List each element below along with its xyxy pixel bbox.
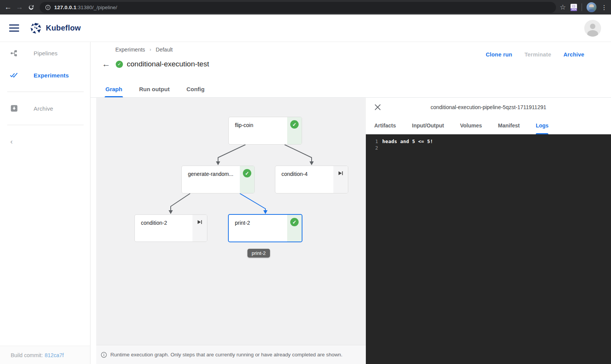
pipelines-icon	[10, 49, 18, 57]
panel-title: conditional-execution-pipeline-5qzst-171…	[366, 104, 611, 110]
sidebar-item-experiments[interactable]: Experiments	[0, 64, 90, 86]
node-status-strip: ✓	[287, 215, 302, 242]
edge-flipcoin-generaterandom	[218, 145, 246, 161]
brand: Kubeflow	[30, 22, 81, 34]
tab-run-output[interactable]: Run output	[139, 81, 170, 97]
log-line-number: 2	[371, 145, 378, 151]
app-header: Kubeflow	[0, 14, 611, 42]
log-viewer[interactable]: 1 heads and 5 <= 5! 2	[366, 134, 611, 364]
edge-flipcoin-condition4	[284, 145, 312, 161]
sidebar-item-label: Experiments	[34, 72, 69, 79]
graph-footer-text: Runtime execution graph. Only steps that…	[110, 352, 343, 358]
kebab-menu-icon[interactable]: ⋮	[601, 4, 607, 11]
kubeflow-logo-icon	[30, 22, 42, 34]
forward-icon[interactable]: →	[14, 2, 25, 13]
info-icon	[101, 352, 107, 358]
page-title: conditional-execution-test	[127, 60, 209, 68]
node-condition-4[interactable]: condition-4	[275, 166, 348, 193]
breadcrumb-experiments[interactable]: Experiments	[115, 47, 145, 53]
panel-tab-manifest[interactable]: Manifest	[498, 117, 520, 134]
panel-tab-volumes[interactable]: Volumes	[460, 117, 482, 134]
tab-graph[interactable]: Graph	[105, 81, 122, 97]
url-host: 127.0.0.1	[54, 5, 76, 10]
node-label: print-2	[235, 220, 250, 226]
detail-panel: conditional-execution-pipeline-5qzst-171…	[366, 98, 611, 364]
panel-tabs: Artifacts Input/Output Volumes Manifest …	[366, 117, 611, 134]
url-path: :31380/_/pipeline/	[76, 5, 117, 10]
skip-next-icon	[197, 219, 202, 225]
address-bar[interactable]: 127.0.0.1:31380/_/pipeline/	[40, 2, 556, 13]
node-status-strip	[192, 215, 207, 242]
brand-name: Kubeflow	[46, 24, 81, 32]
panel-tab-logs[interactable]: Logs	[536, 117, 548, 134]
check-circle-icon: ✓	[243, 169, 251, 177]
panel-tab-input-output[interactable]: Input/Output	[412, 117, 444, 134]
graph-column: flip-coin ✓ generate-random... ✓ conditi…	[91, 98, 366, 364]
build-commit-label: Build commit:	[11, 352, 43, 358]
terminate-button[interactable]: Terminate	[524, 52, 551, 58]
graph-footer: Runtime execution graph. Only steps that…	[96, 345, 366, 364]
toolbar-divider	[582, 3, 582, 11]
node-tooltip: print-2	[247, 249, 270, 258]
skip-next-icon	[338, 171, 343, 176]
node-status-strip: ✓	[240, 166, 254, 193]
node-status-strip: ✓	[287, 117, 302, 144]
node-generate-random[interactable]: generate-random... ✓	[181, 166, 255, 193]
edge-generaterandom-condition2	[171, 193, 190, 210]
breadcrumb-separator-icon: ›	[150, 47, 151, 52]
tab-config[interactable]: Config	[186, 81, 204, 97]
build-commit: Build commit: 812ca7f	[0, 346, 90, 364]
profile-avatar[interactable]	[587, 2, 596, 12]
log-line-number: 1	[371, 138, 378, 145]
sidebar-collapse-chevron-icon[interactable]: ‹	[0, 130, 90, 146]
log-line: 2	[371, 145, 611, 151]
close-icon[interactable]	[374, 104, 381, 111]
check-circle-icon: ✓	[290, 218, 299, 226]
back-arrow-icon[interactable]: ←	[102, 59, 113, 69]
log-line-text: heads and 5 <= 5!	[382, 138, 433, 145]
node-condition-2[interactable]: condition-2	[134, 214, 207, 242]
page-info-icon[interactable]	[45, 5, 51, 10]
node-status-strip	[333, 166, 348, 193]
node-label: condition-4	[281, 171, 308, 177]
reload-icon[interactable]	[25, 2, 37, 13]
user-avatar[interactable]	[584, 20, 601, 37]
json-extension-icon[interactable]: {;}JSON	[571, 4, 577, 11]
log-line: 1 heads and 5 <= 5!	[371, 138, 611, 145]
node-print-2[interactable]: print-2 ✓	[228, 214, 302, 242]
sidebar-divider	[7, 125, 84, 125]
edge-generaterandom-print2	[240, 193, 265, 210]
sidebar: Pipelines Experiments Archive ‹ Build co…	[0, 42, 91, 364]
build-commit-link[interactable]: 812ca7f	[45, 352, 64, 358]
sidebar-item-pipelines[interactable]: Pipelines	[0, 42, 90, 64]
hamburger-menu-icon[interactable]	[9, 24, 19, 32]
run-header: Experiments › Default ← ✓ conditional-ex…	[91, 42, 611, 98]
sidebar-item-archive[interactable]: Archive	[0, 97, 90, 119]
archive-button[interactable]: Archive	[563, 52, 584, 58]
node-label: flip-coin	[235, 122, 253, 128]
clone-run-button[interactable]: Clone run	[486, 52, 512, 58]
sidebar-divider	[7, 92, 84, 92]
browser-toolbar: ← → 127.0.0.1:31380/_/pipeline/ ☆ {;}JSO…	[0, 0, 611, 14]
archive-box-icon	[10, 105, 18, 112]
run-tabs: Graph Run output Config	[91, 81, 611, 98]
node-flip-coin[interactable]: flip-coin ✓	[228, 117, 302, 145]
breadcrumb-default[interactable]: Default	[156, 47, 173, 53]
bookmark-star-icon[interactable]: ☆	[560, 3, 566, 11]
back-icon[interactable]: ←	[2, 2, 14, 13]
sidebar-item-label: Archive	[34, 105, 53, 112]
panel-tab-artifacts[interactable]: Artifacts	[374, 117, 396, 134]
node-label: condition-2	[141, 220, 167, 226]
sidebar-item-label: Pipelines	[34, 50, 58, 56]
experiments-double-check-icon	[10, 72, 18, 79]
check-circle-icon: ✓	[290, 120, 299, 129]
pipeline-graph: flip-coin ✓ generate-random... ✓ conditi…	[96, 98, 366, 364]
run-status-check-icon: ✓	[116, 61, 123, 68]
node-label: generate-random...	[188, 171, 233, 177]
